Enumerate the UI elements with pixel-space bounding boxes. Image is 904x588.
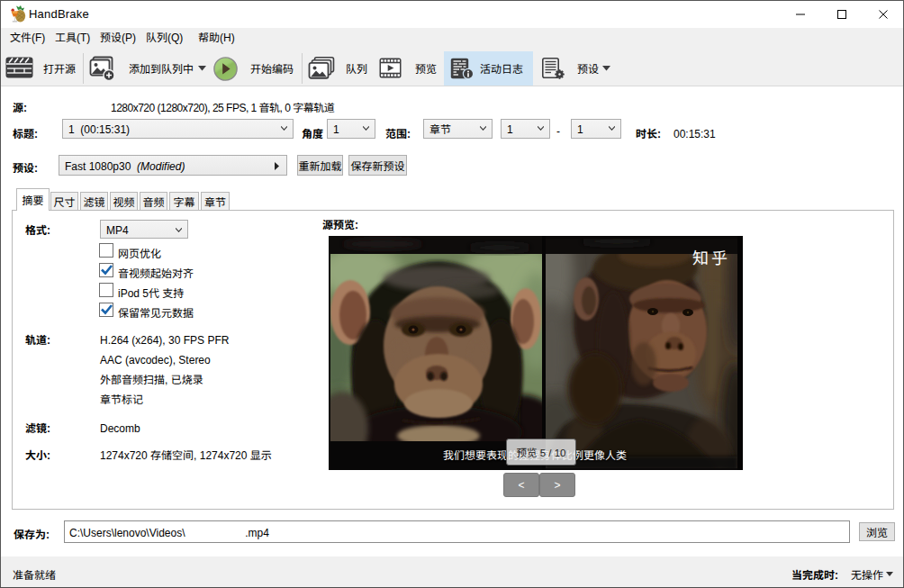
svg-text:知乎: 知乎 [692, 245, 730, 268]
